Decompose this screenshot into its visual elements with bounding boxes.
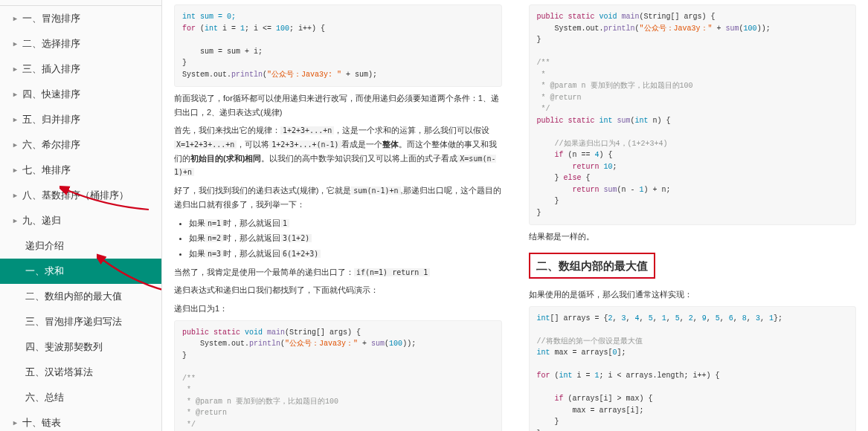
- content-col-right: public static void main(String[] args) {…: [523, 0, 863, 431]
- caret-right-icon: ►: [12, 15, 19, 22]
- sidebar-subitem-4[interactable]: 四、斐波那契数列: [0, 334, 161, 360]
- code-block: int[] arrays = {2, 3, 4, 5, 1, 5, 2, 9, …: [529, 306, 857, 431]
- caret-right-icon: ►: [12, 192, 19, 199]
- caret-right-icon: ►: [12, 91, 19, 98]
- sidebar-item-label: 十、链表: [22, 416, 61, 430]
- paragraph: 递归表达式和递归出口我们都找到了，下面就代码演示：: [174, 283, 502, 297]
- code-block: public static void main(String[] args) {…: [529, 4, 857, 225]
- caret-right-icon: ►: [12, 141, 19, 149]
- paragraph: 前面我说了，for循环都可以使用递归来进行改写，而使用递归必须要知道两个条件：1…: [174, 91, 502, 119]
- paragraph: 当然了，我肯定是使用一个最简单的递归出口了：if(n=1) return 1: [174, 265, 502, 279]
- sidebar-subitem-2[interactable]: 二、数组内部的最大值: [0, 284, 161, 309]
- sidebar-subitem-1[interactable]: 一、求和: [0, 259, 161, 284]
- sidebar-item-7[interactable]: ►八、基数排序（桶排序）: [0, 183, 161, 208]
- paragraph: 好了，我们找到我们的递归表达式(规律)，它就是sum(n-1)+n,那递归出口呢…: [174, 184, 502, 211]
- sidebar-item-4[interactable]: ►五、归并排序: [0, 107, 161, 132]
- sidebar-item-label: 六、希尔排序: [22, 138, 80, 152]
- sidebar-item-2[interactable]: ►三、插入排序: [0, 56, 161, 82]
- caret-right-icon: ►: [12, 65, 19, 73]
- sidebar-item-5[interactable]: ►六、希尔排序: [0, 132, 161, 158]
- sidebar-item-label: 四、斐波那契数列: [25, 340, 103, 354]
- section-heading-highlight: 二、数组内部的最大值: [529, 253, 655, 279]
- sidebar-item-b0[interactable]: ►十、链表: [0, 410, 161, 431]
- code-block: public static void main(String[] args) {…: [174, 320, 502, 431]
- paragraph: 递归出口为1：: [174, 302, 502, 316]
- sidebar-item-label: 八、基数排序（桶排序）: [22, 189, 129, 202]
- sidebar-nav: ►一、冒泡排序►二、选择排序►三、插入排序►四、快速排序►五、归并排序►六、希尔…: [0, 0, 162, 431]
- sidebar-item-label: 七、堆排序: [22, 163, 71, 177]
- paragraph: 结果都是一样的。: [529, 230, 857, 244]
- paragraph: 如果使用的是循环，那么我们通常这样实现：: [529, 288, 857, 302]
- sidebar-subitem-6[interactable]: 六、总结: [0, 385, 161, 410]
- sidebar-item-label: 二、选择排序: [22, 37, 80, 51]
- sidebar-item-label: 一、冒泡排序: [22, 12, 80, 25]
- sidebar-subitem-3[interactable]: 三、冒泡排序递归写法: [0, 309, 161, 334]
- main-content: int sum = 0; for (int i = 1; i <= 100; i…: [162, 0, 868, 431]
- sidebar-item-label: 三、插入排序: [22, 62, 80, 76]
- caret-right-icon: ►: [12, 40, 19, 48]
- sidebar-item-0[interactable]: ►一、冒泡排序: [0, 6, 161, 31]
- content-col-left: int sum = 0; for (int i = 1; i <= 100; i…: [168, 0, 508, 431]
- sidebar-divider: [0, 0, 161, 6]
- sidebar-item-label: 一、求和: [25, 265, 64, 278]
- paragraph: 首先，我们来找出它的规律：1+2+3+...+n，这是一个求和的运算，那么我们可…: [174, 123, 502, 179]
- caret-right-icon: ►: [12, 419, 19, 427]
- sidebar-item-label: 六、总结: [25, 391, 64, 404]
- caret-right-icon: ►: [12, 116, 19, 123]
- sidebar-item-6[interactable]: ►七、堆排序: [0, 158, 161, 183]
- caret-right-icon: ►: [12, 166, 19, 174]
- code-block: int sum = 0; for (int i = 1; i <= 100; i…: [174, 4, 502, 87]
- sidebar-item-label: 四、快速排序: [22, 88, 80, 101]
- bullet-list: 如果n=1时，那么就返回1 如果n=2时，那么就返回3(1+2) 如果n=3时，…: [189, 216, 502, 261]
- sidebar-item-8[interactable]: ►九、递归: [0, 208, 161, 233]
- caret-right-icon: ►: [12, 217, 19, 224]
- sidebar-item-1[interactable]: ►二、选择排序: [0, 31, 161, 56]
- sidebar-item-label: 递归介绍: [25, 239, 64, 253]
- sidebar-subitem-0[interactable]: 递归介绍: [0, 233, 161, 259]
- sidebar-subitem-5[interactable]: 五、汉诺塔算法: [0, 360, 161, 385]
- sidebar-item-label: 三、冒泡排序递归写法: [25, 315, 122, 328]
- sidebar-item-label: 九、递归: [22, 214, 61, 227]
- sidebar-item-3[interactable]: ►四、快速排序: [0, 82, 161, 107]
- sidebar-item-label: 五、归并排序: [22, 113, 80, 126]
- sidebar-item-label: 五、汉诺塔算法: [25, 366, 93, 379]
- sidebar-item-label: 二、数组内部的最大值: [25, 290, 122, 303]
